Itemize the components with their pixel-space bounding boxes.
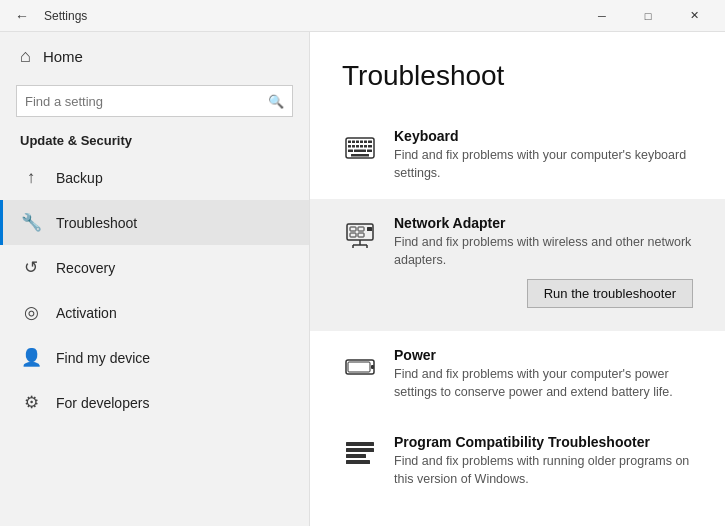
svg-rect-13: [348, 150, 353, 153]
svg-rect-1: [348, 141, 351, 144]
keyboard-icon: [342, 130, 378, 166]
svg-rect-12: [368, 145, 372, 148]
svg-rect-10: [360, 145, 363, 148]
power-desc: Find and fix problems with your computer…: [394, 366, 693, 401]
run-troubleshooter-button[interactable]: Run the troubleshooter: [527, 279, 693, 308]
troubleshoot-program-compatibility: Program Compatibility Troubleshooter Fin…: [342, 418, 693, 505]
svg-rect-7: [348, 145, 351, 148]
svg-rect-11: [364, 145, 367, 148]
network-adapter-desc: Find and fix problems with wireless and …: [394, 234, 693, 269]
close-button[interactable]: ✕: [671, 0, 717, 32]
power-title: Power: [394, 347, 693, 363]
svg-rect-30: [346, 442, 374, 446]
svg-rect-20: [350, 233, 356, 237]
home-label: Home: [43, 48, 83, 65]
search-box[interactable]: 🔍: [16, 85, 293, 117]
minimize-button[interactable]: ─: [579, 0, 625, 32]
sidebar-item-recovery-label: Recovery: [56, 260, 115, 276]
network-adapter-title: Network Adapter: [394, 215, 693, 231]
svg-rect-15: [367, 150, 372, 153]
find-my-device-icon: 👤: [20, 347, 42, 368]
activation-icon: ◎: [20, 302, 42, 323]
sidebar-item-find-my-device[interactable]: 👤 Find my device: [0, 335, 309, 380]
troubleshoot-network-adapter: Network Adapter Find and fix problems wi…: [310, 199, 725, 331]
sidebar-item-activation-label: Activation: [56, 305, 117, 321]
sidebar-item-for-developers[interactable]: ⚙ For developers: [0, 380, 309, 425]
backup-icon: ↑: [20, 168, 42, 188]
sidebar-item-backup-label: Backup: [56, 170, 103, 186]
svg-rect-16: [351, 154, 369, 157]
keyboard-desc: Find and fix problems with your computer…: [394, 147, 693, 182]
titlebar-title: Settings: [44, 9, 87, 23]
sidebar-item-find-my-device-label: Find my device: [56, 350, 150, 366]
power-icon: [342, 349, 378, 385]
titlebar: ← Settings ─ □ ✕: [0, 0, 725, 32]
svg-rect-33: [346, 460, 370, 464]
for-developers-icon: ⚙: [20, 392, 42, 413]
power-content: Power Find and fix problems with your co…: [394, 347, 693, 401]
maximize-button[interactable]: □: [625, 0, 671, 32]
svg-rect-5: [364, 141, 367, 144]
right-panel: Troubleshoot: [310, 32, 725, 526]
troubleshoot-keyboard: Keyboard Find and fix problems with your…: [342, 112, 693, 199]
svg-rect-4: [360, 141, 363, 144]
svg-rect-26: [367, 227, 372, 231]
recovery-icon: ↺: [20, 257, 42, 278]
troubleshoot-power: Power Find and fix problems with your co…: [342, 331, 693, 418]
search-icon: 🔍: [268, 94, 284, 109]
svg-rect-14: [354, 150, 366, 153]
svg-rect-32: [346, 454, 366, 458]
main-area: ⌂ Home 🔍 Update & Security ↑ Backup 🔧 Tr…: [0, 32, 725, 526]
page-title: Troubleshoot: [342, 60, 693, 92]
sidebar-item-troubleshoot-label: Troubleshoot: [56, 215, 137, 231]
program-compatibility-desc: Find and fix problems with running older…: [394, 453, 693, 488]
svg-rect-29: [371, 365, 374, 369]
sidebar-section-title: Update & Security: [0, 129, 309, 156]
svg-rect-8: [352, 145, 355, 148]
svg-rect-3: [356, 141, 359, 144]
svg-rect-2: [352, 141, 355, 144]
svg-rect-6: [368, 141, 372, 144]
svg-rect-19: [358, 227, 364, 231]
program-compatibility-title: Program Compatibility Troubleshooter: [394, 434, 693, 450]
window-controls: ─ □ ✕: [579, 0, 717, 32]
search-input[interactable]: [25, 94, 268, 109]
program-compatibility-icon: [342, 436, 378, 472]
home-icon: ⌂: [20, 46, 31, 67]
svg-rect-9: [356, 145, 359, 148]
network-adapter-content: Network Adapter Find and fix problems wi…: [394, 215, 693, 314]
network-adapter-icon: [342, 217, 378, 253]
program-compatibility-content: Program Compatibility Troubleshooter Fin…: [394, 434, 693, 488]
sidebar-item-troubleshoot[interactable]: 🔧 Troubleshoot: [0, 200, 309, 245]
svg-rect-18: [350, 227, 356, 231]
sidebar-item-home[interactable]: ⌂ Home: [0, 32, 309, 81]
svg-rect-21: [358, 233, 364, 237]
run-btn-row: Run the troubleshooter: [394, 269, 693, 314]
troubleshoot-icon: 🔧: [20, 212, 42, 233]
back-button[interactable]: ←: [8, 2, 36, 30]
sidebar-item-recovery[interactable]: ↺ Recovery: [0, 245, 309, 290]
keyboard-content: Keyboard Find and fix problems with your…: [394, 128, 693, 182]
svg-rect-28: [348, 362, 370, 372]
svg-rect-31: [346, 448, 374, 452]
sidebar: ⌂ Home 🔍 Update & Security ↑ Backup 🔧 Tr…: [0, 32, 310, 526]
sidebar-item-backup[interactable]: ↑ Backup: [0, 156, 309, 200]
sidebar-item-for-developers-label: For developers: [56, 395, 149, 411]
sidebar-item-activation[interactable]: ◎ Activation: [0, 290, 309, 335]
keyboard-title: Keyboard: [394, 128, 693, 144]
svg-rect-17: [347, 224, 373, 240]
